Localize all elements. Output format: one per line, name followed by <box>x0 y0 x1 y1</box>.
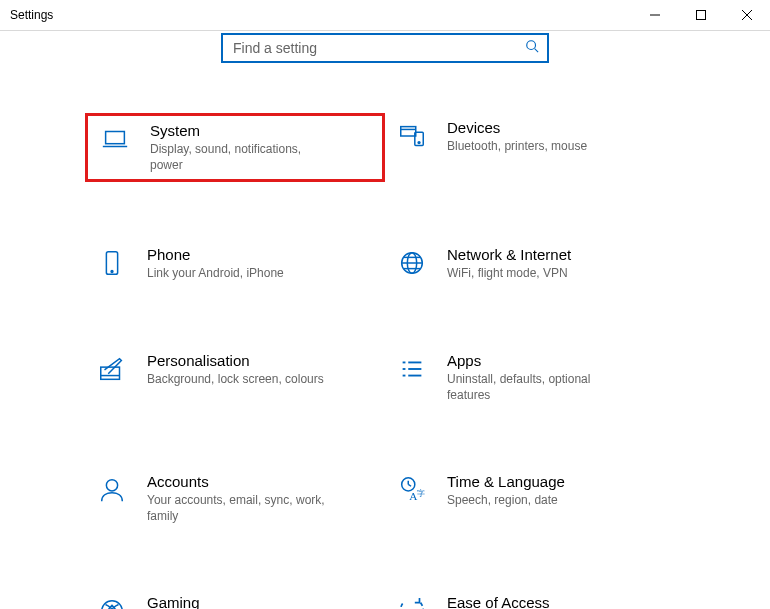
tile-time-language[interactable]: A 字 Time & Language Speech, region, date <box>385 467 685 530</box>
tile-accounts[interactable]: Accounts Your accounts, email, sync, wor… <box>85 467 385 530</box>
tile-title: System <box>150 122 330 139</box>
xbox-icon <box>95 594 129 609</box>
close-button[interactable] <box>724 0 770 30</box>
tile-desc: Speech, region, date <box>447 492 565 508</box>
globe-icon <box>395 246 429 280</box>
tile-apps[interactable]: Apps Uninstall, defaults, optional featu… <box>385 346 685 409</box>
svg-rect-1 <box>697 11 706 20</box>
tile-phone[interactable]: Phone Link your Android, iPhone <box>85 240 385 287</box>
tile-title: Apps <box>447 352 627 369</box>
tile-ease-of-access[interactable]: Ease of Access Narrator, magnifier, high… <box>385 588 685 609</box>
time-language-icon: A 字 <box>395 473 429 507</box>
tile-desc: Display, sound, notifications, power <box>150 141 330 173</box>
tile-title: Devices <box>447 119 587 136</box>
ease-of-access-icon <box>395 594 429 609</box>
tile-system[interactable]: System Display, sound, notifications, po… <box>85 113 385 182</box>
tile-devices[interactable]: Devices Bluetooth, printers, mouse <box>385 113 685 182</box>
search-box[interactable] <box>221 33 549 63</box>
svg-rect-6 <box>106 132 125 144</box>
list-icon <box>395 352 429 386</box>
svg-point-4 <box>527 41 536 50</box>
search-input[interactable] <box>231 39 525 57</box>
tile-desc: Uninstall, defaults, optional features <box>447 371 627 403</box>
tile-personalisation[interactable]: Personalisation Background, lock screen,… <box>85 346 385 409</box>
devices-icon <box>395 119 429 153</box>
window-controls <box>632 0 770 30</box>
svg-line-5 <box>535 49 539 53</box>
svg-point-26 <box>106 480 117 491</box>
minimize-button[interactable] <box>632 0 678 30</box>
tile-desc: Your accounts, email, sync, work, family <box>147 492 327 524</box>
paintbrush-icon <box>95 352 129 386</box>
svg-rect-18 <box>101 367 120 379</box>
tile-network[interactable]: Network & Internet WiFi, flight mode, VP… <box>385 240 685 287</box>
maximize-button[interactable] <box>678 0 724 30</box>
title-bar: Settings <box>0 0 770 31</box>
tile-desc: WiFi, flight mode, VPN <box>447 265 571 281</box>
search-icon <box>525 39 539 57</box>
tile-title: Phone <box>147 246 284 263</box>
tile-title: Accounts <box>147 473 327 490</box>
tile-title: Gaming <box>147 594 327 609</box>
person-icon <box>95 473 129 507</box>
tile-title: Personalisation <box>147 352 324 369</box>
tile-title: Ease of Access <box>447 594 621 609</box>
tile-desc: Bluetooth, printers, mouse <box>447 138 587 154</box>
svg-rect-7 <box>401 127 416 136</box>
tile-gaming[interactable]: Gaming Xbox Game Bar, captures, Game Mod… <box>85 588 385 609</box>
svg-text:字: 字 <box>417 488 425 498</box>
svg-point-12 <box>111 271 113 273</box>
svg-line-29 <box>408 484 411 486</box>
tile-title: Network & Internet <box>447 246 571 263</box>
svg-point-10 <box>418 142 420 144</box>
laptop-icon <box>98 122 132 156</box>
tile-title: Time & Language <box>447 473 565 490</box>
tile-desc: Link your Android, iPhone <box>147 265 284 281</box>
tile-desc: Background, lock screen, colours <box>147 371 324 387</box>
window-title: Settings <box>10 8 53 22</box>
phone-icon <box>95 246 129 280</box>
